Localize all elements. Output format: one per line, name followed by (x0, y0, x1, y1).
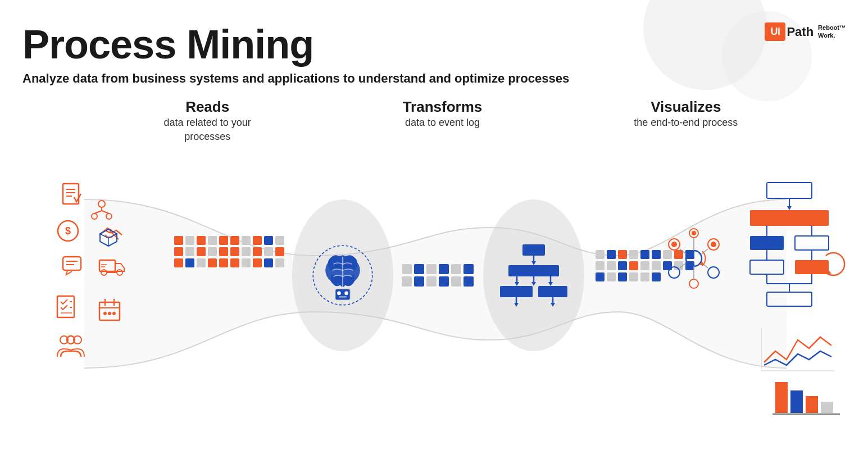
svg-rect-58 (538, 286, 567, 297)
svg-line-73 (680, 263, 686, 268)
svg-line-9 (102, 211, 109, 213)
svg-rect-43 (335, 289, 350, 300)
brain-icon (312, 244, 374, 308)
process-icon (497, 242, 570, 317)
svg-point-78 (692, 231, 696, 235)
header: Process Mining Analyze data from busines… (22, 22, 846, 86)
flow-container: $ (0, 154, 868, 435)
svg-rect-57 (500, 286, 533, 297)
svg-rect-91 (795, 260, 829, 274)
svg-line-38 (108, 234, 117, 238)
svg-line-71 (680, 249, 686, 254)
svg-point-77 (711, 242, 716, 247)
svg-rect-87 (795, 236, 829, 250)
svg-rect-50 (508, 265, 559, 276)
svg-marker-60 (514, 303, 519, 307)
svg-point-18 (117, 270, 122, 275)
stage-transforms: Transforms data to event log (372, 98, 512, 144)
svg-text:$: $ (65, 225, 71, 237)
org-chart-icon (90, 199, 113, 225)
network-viz-icon (663, 228, 725, 303)
svg-rect-47 (522, 244, 545, 256)
svg-marker-82 (787, 206, 792, 210)
transforms-title: Transforms (372, 98, 512, 116)
svg-rect-89 (750, 260, 784, 274)
calendar-icon (98, 298, 121, 325)
svg-point-76 (671, 242, 677, 247)
svg-point-6 (106, 213, 112, 219)
svg-point-32 (112, 312, 116, 315)
svg-point-4 (98, 201, 105, 207)
truck-icon (98, 256, 126, 278)
money-icon: $ (56, 219, 80, 245)
svg-line-8 (94, 211, 102, 213)
cube-icon (98, 228, 119, 250)
svg-point-17 (101, 270, 107, 275)
svg-point-30 (103, 312, 107, 315)
uipath-box: Ui (765, 22, 785, 41)
mid-pixel-block (402, 264, 480, 287)
svg-rect-83 (750, 210, 829, 226)
svg-point-44 (337, 292, 341, 296)
svg-marker-54 (531, 282, 536, 286)
stage-visualizes: Visualizes the end-to-end process (607, 98, 765, 144)
uipath-logo: Ui Path Reboot™ Work. (765, 22, 846, 41)
svg-point-5 (92, 213, 97, 219)
input-pixel-block (174, 236, 287, 267)
uipath-path-text: Path (787, 25, 814, 39)
svg-rect-96 (767, 292, 812, 306)
visualizes-desc: the end-to-end process (607, 116, 765, 130)
svg-rect-102 (806, 396, 818, 413)
svg-line-37 (100, 234, 108, 238)
bar-chart (772, 374, 840, 421)
svg-rect-13 (63, 257, 81, 270)
svg-point-45 (344, 292, 348, 296)
reboot-text: Reboot™ Work. (818, 24, 846, 39)
svg-marker-62 (551, 303, 555, 307)
reads-desc: data related to your processes (137, 116, 278, 144)
svg-marker-49 (531, 261, 536, 265)
flow-section: Reads data related to your processes Tra… (0, 98, 868, 459)
svg-marker-52 (515, 282, 519, 286)
svg-rect-80 (767, 183, 812, 198)
svg-rect-101 (790, 390, 803, 413)
stage-reads: Reads data related to your processes (137, 98, 278, 144)
svg-point-31 (108, 312, 111, 315)
svg-marker-56 (548, 282, 553, 286)
svg-point-67 (708, 267, 719, 278)
svg-point-63 (686, 251, 702, 266)
svg-rect-16 (99, 260, 115, 271)
page-title: Process Mining (22, 22, 846, 67)
page-subtitle: Analyze data from business systems and a… (22, 71, 846, 86)
svg-rect-103 (821, 402, 833, 413)
svg-rect-85 (750, 236, 784, 250)
line-chart (761, 329, 834, 376)
people-icon (56, 334, 85, 361)
svg-point-66 (669, 267, 680, 278)
checklist-icon (56, 295, 79, 322)
document-icon (62, 183, 83, 211)
svg-rect-100 (775, 382, 788, 413)
transforms-desc: data to event log (372, 116, 512, 130)
reads-title: Reads (137, 98, 278, 116)
svg-point-69 (689, 279, 698, 288)
chat-icon (62, 256, 84, 279)
visualizes-title: Visualizes (607, 98, 765, 116)
stage-labels: Reads data related to your processes Tra… (0, 98, 868, 144)
svg-rect-26 (99, 302, 120, 320)
